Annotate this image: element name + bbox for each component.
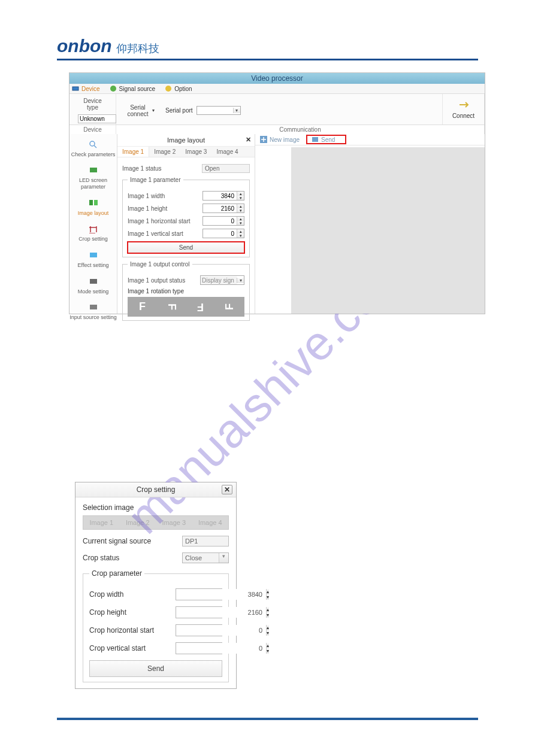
image-tabs: Image 1 Image 2 Image 3 Image 4 xyxy=(117,147,255,157)
serial-connect-menu[interactable]: Serial connect ▾ xyxy=(125,104,155,117)
sel-tab-image-2[interactable]: Image 2 xyxy=(120,516,156,529)
spin-down-icon[interactable]: ▾ xyxy=(267,648,269,654)
svg-rect-8 xyxy=(90,253,97,257)
rotation-label: Image 1 rotation type xyxy=(128,288,184,294)
spin-down-icon[interactable]: ▾ xyxy=(237,233,244,238)
tab-image-4[interactable]: Image 4 xyxy=(211,147,243,157)
svg-rect-0 xyxy=(72,87,78,90)
output-status-input[interactable] xyxy=(201,277,237,284)
spin-down-icon[interactable]: ▾ xyxy=(267,594,269,600)
image-vstart-spin[interactable]: ▴▾ xyxy=(202,229,244,238)
spin-up-icon[interactable]: ▴ xyxy=(267,607,269,612)
spin-up-icon[interactable]: ▴ xyxy=(267,643,269,648)
sel-tab-image-4[interactable]: Image 4 xyxy=(192,516,229,529)
new-image-button[interactable]: New image xyxy=(255,135,304,144)
connect-button[interactable]: Connect xyxy=(451,98,476,120)
image-height-spin[interactable]: ▴▾ xyxy=(202,204,244,213)
crop-status-combo[interactable]: ▾ xyxy=(182,552,229,563)
dropdown-icon[interactable]: ▾ xyxy=(237,278,244,283)
dropdown-icon[interactable]: ▾ xyxy=(219,553,228,563)
sidebar-item-mode[interactable]: Mode setting xyxy=(78,277,109,295)
sidebar-item-led[interactable]: LED screen parameter xyxy=(69,166,117,190)
new-image-label: New image xyxy=(270,136,300,143)
image-vstart-input[interactable] xyxy=(203,229,237,238)
spin-up-icon[interactable]: ▴ xyxy=(237,192,244,196)
tab-signal-source[interactable]: Signal source xyxy=(110,85,156,92)
spin-down-icon[interactable]: ▾ xyxy=(237,208,244,212)
svg-point-2 xyxy=(165,86,171,92)
rotation-0-icon[interactable]: F xyxy=(139,300,146,313)
image-param-legend: Image 1 parameter xyxy=(128,177,183,183)
image-width-spin[interactable]: ▴▾ xyxy=(202,191,244,201)
crop-vstart-spin[interactable]: ▴▾ xyxy=(176,642,222,654)
crop-hstart-spin[interactable]: ▴▾ xyxy=(176,624,222,636)
sidebar-item-effect[interactable]: Effect setting xyxy=(78,251,109,269)
spin-up-icon[interactable]: ▴ xyxy=(237,204,244,208)
crop-height-input[interactable] xyxy=(176,607,266,618)
toolbar-send-button[interactable]: Send xyxy=(307,135,346,144)
crop-hstart-input[interactable] xyxy=(176,625,266,636)
sidebar-item-layout[interactable]: Image layout xyxy=(78,199,109,217)
tab-option[interactable]: Option xyxy=(165,85,192,92)
tab-image-3[interactable]: Image 3 xyxy=(180,147,211,157)
tab-image-1[interactable]: Image 1 xyxy=(117,147,149,157)
tab-image-2[interactable]: Image 2 xyxy=(149,147,180,157)
svg-rect-7 xyxy=(94,200,98,205)
crop-vstart-input[interactable] xyxy=(176,643,266,654)
crop-height-label: Crop height xyxy=(89,608,126,617)
image-height-label: Image 1 height xyxy=(128,205,167,212)
svg-rect-5 xyxy=(90,168,97,172)
ribbon-tabs: Device Signal source Option xyxy=(69,84,485,94)
crop-width-input[interactable] xyxy=(176,589,266,600)
serial-port-input[interactable] xyxy=(197,107,233,114)
spin-down-icon[interactable]: ▾ xyxy=(267,612,269,618)
spin-up-icon[interactable]: ▴ xyxy=(267,589,269,594)
input-icon xyxy=(88,303,99,311)
rotation-180-icon[interactable]: F xyxy=(197,300,204,313)
sidebar-item-crop[interactable]: Crop setting xyxy=(78,225,108,243)
device-icon xyxy=(72,85,79,92)
dropdown-icon[interactable]: ▾ xyxy=(233,108,240,113)
crop-width-spin[interactable]: ▴▾ xyxy=(176,588,222,600)
svg-point-3 xyxy=(90,141,95,146)
device-type-input[interactable] xyxy=(78,114,116,123)
spin-up-icon[interactable]: ▴ xyxy=(267,625,269,630)
ribbon-group-device: Device type xyxy=(69,94,116,125)
sel-tab-image-3[interactable]: Image 3 xyxy=(156,516,192,529)
image-height-input[interactable] xyxy=(203,204,237,212)
image-width-input[interactable] xyxy=(203,192,237,200)
crop-vstart-label: Crop vertical start xyxy=(89,644,146,652)
image-parameter-group: Image 1 parameter Image 1 width ▴▾ Image… xyxy=(122,177,250,257)
dropdown-icon: ▾ xyxy=(152,108,155,113)
signal-icon xyxy=(110,85,117,92)
sidebar-item-input-source[interactable]: Input source setting xyxy=(69,303,117,321)
spin-down-icon[interactable]: ▾ xyxy=(267,630,269,636)
selection-image-tabs: Image 1 Image 2 Image 3 Image 4 xyxy=(83,515,229,530)
close-icon[interactable]: ✕ xyxy=(222,485,232,494)
spin-down-icon[interactable]: ▾ xyxy=(237,196,244,200)
tab-device[interactable]: Device xyxy=(72,85,100,92)
ribbon-group-communication: Serial connect ▾ Serial port ▾ xyxy=(116,94,443,125)
serial-port-combo[interactable]: ▾ xyxy=(197,106,241,115)
brand-name: onbon xyxy=(57,36,112,56)
image-width-label: Image 1 width xyxy=(128,193,165,199)
send-button[interactable]: Send xyxy=(128,242,244,253)
output-status-combo[interactable]: ▾ xyxy=(200,275,244,285)
rotation-270-icon[interactable]: F xyxy=(223,303,236,310)
spin-up-icon[interactable]: ▴ xyxy=(237,217,244,221)
close-icon[interactable]: ✕ xyxy=(246,136,251,144)
spin-down-icon[interactable]: ▾ xyxy=(237,221,244,225)
svg-rect-12 xyxy=(312,137,318,142)
image-hstart-input[interactable] xyxy=(203,217,237,225)
sidebar-item-check[interactable]: Check parameters xyxy=(71,140,116,158)
ribbon-body: Device type Serial connect ▾ Serial port… xyxy=(69,94,485,125)
crop-param-legend: Crop parameter xyxy=(89,569,144,578)
sel-tab-image-1[interactable]: Image 1 xyxy=(83,516,120,529)
crop-height-spin[interactable]: ▴▾ xyxy=(176,606,222,618)
canvas-preview[interactable] xyxy=(291,147,485,314)
spin-up-icon[interactable]: ▴ xyxy=(237,229,244,233)
image-hstart-spin[interactable]: ▴▾ xyxy=(202,216,244,226)
crop-send-button[interactable]: Send xyxy=(89,660,222,677)
page-logo: onbon 仰邦科技 xyxy=(57,36,478,56)
rotation-90-icon[interactable]: F xyxy=(165,303,178,310)
